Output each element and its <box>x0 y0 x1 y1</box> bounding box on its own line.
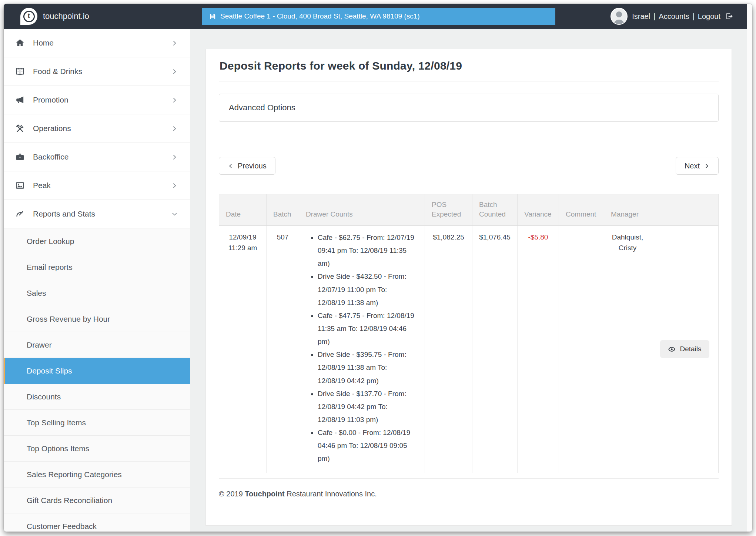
sidebar-item-reports-and-stats[interactable]: Reports and Stats <box>4 200 190 228</box>
chevron-right-icon <box>170 97 180 103</box>
accounts-link[interactable]: Accounts <box>659 12 689 21</box>
megaphone-icon <box>15 95 25 105</box>
chevron-left-icon <box>228 163 233 169</box>
deposit-reports-table: Date Batch Drawer Counts POS Expected Ba… <box>219 194 719 473</box>
copyright-suffix: Restaurant Innovations Inc. <box>285 490 377 498</box>
drawer-count-item: Cafe - $0.00 - From: 12/08/19 04:46 pm T… <box>318 426 415 465</box>
deposit-reports-table-wrap: Date Batch Drawer Counts POS Expected Ba… <box>219 194 719 473</box>
details-button[interactable]: Details <box>660 340 709 358</box>
copyright-footer: © 2019 Touchpoint Restaurant Innovations… <box>219 490 719 498</box>
sidebar-item-label: Peak <box>33 181 51 190</box>
user-menu-divider: | <box>693 12 695 21</box>
logo-letter: t <box>23 11 35 22</box>
previous-button-label: Previous <box>238 162 267 170</box>
table-header-row: Date Batch Drawer Counts POS Expected Ba… <box>219 194 719 226</box>
user-name-link[interactable]: Israel <box>632 12 650 21</box>
sidebar-subitem-deposit-slips[interactable]: Deposit Slips <box>4 358 190 384</box>
sidebar-subitem-email-reports[interactable]: Email reports <box>4 254 190 280</box>
sidebar-item-label: Food & Drinks <box>33 67 82 76</box>
reports-subnav: Order LookupEmail reportsSalesGross Reve… <box>4 228 190 532</box>
window-scrollbar[interactable] <box>747 4 752 532</box>
sidebar-nav: Home Food & Drinks <box>4 29 190 532</box>
cell-batch-counted: $1,076.45 <box>472 226 518 473</box>
logout-link[interactable]: Logout <box>698 12 720 21</box>
sidebar-item-home[interactable]: Home <box>4 29 190 57</box>
image-icon <box>15 181 25 190</box>
advanced-options-label: Advanced Options <box>229 103 295 113</box>
col-header-drawer-counts: Drawer Counts <box>299 194 425 226</box>
col-header-batch: Batch <box>267 194 299 226</box>
app-window: t touchpoint.io Seattle Coffee 1 - Cloud… <box>4 4 752 532</box>
advanced-options-panel[interactable]: Advanced Options <box>219 94 719 122</box>
cell-pos-expected: $1,082.25 <box>425 226 472 473</box>
col-header-actions <box>651 194 719 226</box>
brand-name: touchpoint.io <box>43 11 89 21</box>
cell-comment <box>559 226 604 473</box>
sidebar-item-label: Home <box>33 38 54 47</box>
sidebar-subitem-drawer[interactable]: Drawer <box>4 332 190 358</box>
save-disk-icon <box>209 13 216 20</box>
sidebar-subitem-top-options-items[interactable]: Top Options Items <box>4 436 190 462</box>
eye-icon <box>668 345 676 353</box>
drawer-count-item: Cafe - $47.75 - From: 12/08/19 11:35 am … <box>318 309 415 348</box>
cell-actions: Details <box>651 226 719 473</box>
drawer-counts-list: Cafe - $62.75 - From: 12/07/19 09:41 pm … <box>309 231 415 465</box>
copyright-prefix: © 2019 <box>219 490 245 498</box>
cell-variance: -$5.80 <box>518 226 559 473</box>
sidebar-item-label: Backoffice <box>33 153 69 161</box>
chevron-right-icon <box>170 68 180 75</box>
footer-divider <box>219 478 719 479</box>
chevron-right-icon <box>170 154 180 160</box>
sidebar-subitem-order-lookup[interactable]: Order Lookup <box>4 228 190 254</box>
user-avatar[interactable] <box>611 8 628 25</box>
details-button-label: Details <box>680 345 701 353</box>
next-button-label: Next <box>685 162 700 170</box>
page-title-row: Deposit Reports for week of Sunday, 12/0… <box>219 49 719 81</box>
next-button[interactable]: Next <box>676 157 719 175</box>
drawer-count-item: Drive Side - $137.70 - From: 12/08/19 04… <box>318 387 415 426</box>
sidebar-item-label: Promotion <box>33 96 68 104</box>
sidebar-item-peak[interactable]: Peak <box>4 171 190 200</box>
tools-icon <box>15 124 25 133</box>
sidebar-item-operations[interactable]: Operations <box>4 114 190 143</box>
sidebar-subitem-gift-cards-reconciliation[interactable]: Gift Cards Reconciliation <box>4 488 190 513</box>
user-area: Israel | Accounts | Logout <box>611 4 733 29</box>
cell-manager: Dahlquist, Cristy <box>604 226 651 473</box>
logout-icon[interactable] <box>725 12 733 20</box>
touchpoint-logo-icon[interactable]: t <box>20 8 37 25</box>
col-header-date: Date <box>219 194 267 226</box>
chevron-down-icon <box>171 209 178 219</box>
previous-button[interactable]: Previous <box>219 157 275 175</box>
drawer-count-item: Cafe - $62.75 - From: 12/07/19 09:41 pm … <box>318 231 415 270</box>
sidebar-item-backoffice[interactable]: Backoffice <box>4 143 190 171</box>
chevron-right-icon <box>170 40 180 46</box>
sidebar-subitem-gross-revenue-by-hour[interactable]: Gross Revenue by Hour <box>4 306 190 332</box>
briefcase-icon <box>15 152 25 162</box>
copyright-brand: Touchpoint <box>245 490 284 498</box>
sidebar-item-promotion[interactable]: Promotion <box>4 86 190 114</box>
col-header-batch-counted: Batch Counted <box>472 194 518 226</box>
sidebar-subitem-sales[interactable]: Sales <box>4 280 190 306</box>
sidebar-subitem-customer-feedback[interactable]: Customer Feedback <box>4 513 190 532</box>
user-menu-divider: | <box>653 12 655 21</box>
pagination-row: Previous Next <box>219 157 719 175</box>
table-row: 12/09/19 11:29 am 507 Cafe - $62.75 - Fr… <box>219 226 719 473</box>
drawer-count-item: Drive Side - $432.50 - From: 12/07/19 11… <box>318 270 415 309</box>
chevron-right-icon <box>170 182 180 189</box>
cell-batch: 507 <box>267 226 299 473</box>
content-card: Deposit Reports for week of Sunday, 12/0… <box>205 49 732 526</box>
location-banner[interactable]: Seattle Coffee 1 - Cloud, 400 Broad St, … <box>202 8 555 25</box>
main-content: Deposit Reports for week of Sunday, 12/0… <box>190 29 752 532</box>
chevron-right-icon <box>704 163 710 169</box>
sidebar-subitem-sales-reporting-categories[interactable]: Sales Reporting Categories <box>4 462 190 488</box>
sidebar-subitem-discounts[interactable]: Discounts <box>4 384 190 410</box>
page-title: Deposit Reports for week of Sunday, 12/0… <box>220 60 718 72</box>
col-header-variance: Variance <box>518 194 559 226</box>
sidebar-subitem-top-selling-items[interactable]: Top Selling Items <box>4 410 190 436</box>
col-header-pos-expected: POS Expected <box>425 194 472 226</box>
top-bar: t touchpoint.io Seattle Coffee 1 - Cloud… <box>4 4 752 29</box>
sidebar-item-label: Operations <box>33 124 71 133</box>
sidebar-item-food-drinks[interactable]: Food & Drinks <box>4 57 190 86</box>
col-header-comment: Comment <box>559 194 604 226</box>
gauge-icon <box>15 209 25 219</box>
